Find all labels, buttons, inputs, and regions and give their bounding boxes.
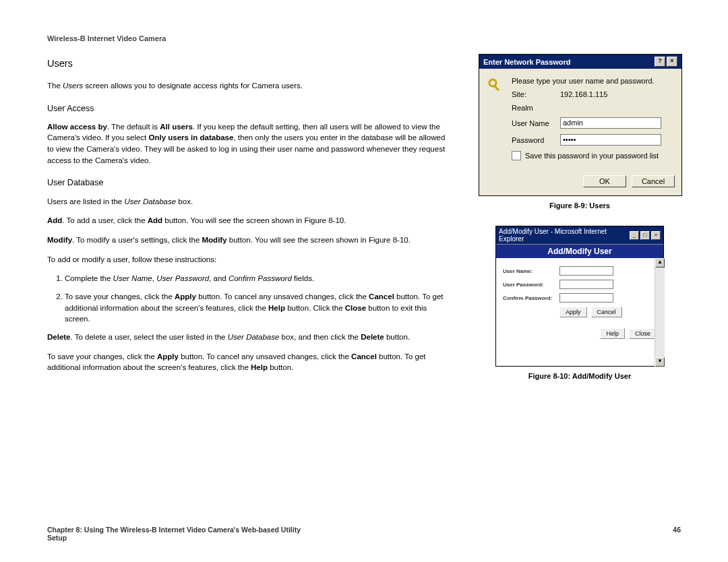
confirm-password-input[interactable] xyxy=(559,293,613,303)
cancel-button[interactable]: Cancel xyxy=(632,175,675,187)
list-item: Complete the User Name, User Password, a… xyxy=(65,273,448,284)
delete-paragraph: Delete. To delete a user, select the use… xyxy=(47,332,448,343)
text: The xyxy=(47,82,63,90)
text-bold: Modify xyxy=(202,236,227,244)
username-input[interactable] xyxy=(559,266,613,276)
text-italic: User Database xyxy=(228,333,280,341)
password-label: Password xyxy=(512,136,555,144)
password-input[interactable]: ••••• xyxy=(560,134,661,146)
text-bold: Cancel xyxy=(351,352,377,361)
text-italic: Confirm Password xyxy=(229,274,292,282)
help-button[interactable]: Help xyxy=(600,328,625,339)
text: box. xyxy=(176,197,193,206)
username-label: User Name: xyxy=(503,268,555,274)
cancel-button[interactable]: Cancel xyxy=(591,307,622,317)
close-icon[interactable]: × xyxy=(667,57,677,67)
text-bold: Help xyxy=(268,304,285,312)
text: Users are listed in the xyxy=(47,197,124,206)
final-paragraph: To save your changes, click the Apply bu… xyxy=(47,351,448,373)
site-value: 192.168.1.115 xyxy=(560,90,607,98)
text-bold: Only users in database xyxy=(148,133,233,142)
intro-paragraph: The Users screen allows you to designate… xyxy=(47,80,448,92)
dialog-titlebar: Add/Modify User - Microsoft Internet Exp… xyxy=(496,226,663,244)
help-icon[interactable]: ? xyxy=(655,57,665,67)
heading-users: Users xyxy=(47,57,448,71)
text: screen allows you to designate access ri… xyxy=(83,82,303,90)
save-password-label: Save this password in your password list xyxy=(525,152,659,160)
add-modify-user-dialog: Add/Modify User - Microsoft Internet Exp… xyxy=(495,226,664,367)
confirm-password-label: Confirm Password: xyxy=(503,295,555,301)
window-title: Add/Modify User - Microsoft Internet Exp… xyxy=(499,228,630,243)
text: Complete the xyxy=(65,274,113,282)
footer-chapter: Chapter 8: Using The Wireless-B Internet… xyxy=(47,526,301,534)
save-password-checkbox[interactable] xyxy=(512,151,521,160)
text: . To modify a user's settings, click the xyxy=(72,236,202,244)
user-password-label: User Password: xyxy=(503,282,555,288)
text-bold: Modify xyxy=(47,236,72,244)
dialog-header: Add/Modify User xyxy=(496,244,663,258)
text-italic: Users xyxy=(63,82,83,90)
text-bold: Apply xyxy=(175,292,196,301)
text-bold: Add xyxy=(148,216,162,224)
footer-section: Setup xyxy=(47,534,301,542)
text: button. xyxy=(268,363,293,371)
scrollbar[interactable]: ▲ ▼ xyxy=(655,258,665,367)
text-bold: Cancel xyxy=(369,292,394,301)
text-italic: User Database xyxy=(124,197,176,206)
text: box, and then click the xyxy=(279,333,361,341)
footer-left: Chapter 8: Using The Wireless-B Internet… xyxy=(47,526,301,542)
text-italic: User Name xyxy=(113,274,152,282)
realm-label: Realm xyxy=(512,104,555,112)
text-bold: Help xyxy=(251,363,268,371)
maximize-icon[interactable]: □ xyxy=(640,231,650,240)
svg-rect-1 xyxy=(493,85,499,91)
text-bold: Allow access by xyxy=(47,123,107,131)
ok-button[interactable]: OK xyxy=(583,175,626,187)
text: button. Click the xyxy=(285,304,345,312)
window-buttons: _ □ × xyxy=(630,231,661,240)
text-italic: User Password xyxy=(156,274,209,282)
scroll-down-icon[interactable]: ▼ xyxy=(655,357,665,367)
text: , and xyxy=(209,274,229,282)
text-bold: Close xyxy=(345,304,366,312)
text-bold: Apply xyxy=(157,352,179,361)
close-button[interactable]: Close xyxy=(629,328,657,339)
figure-caption: Figure 8-9: Users xyxy=(479,201,681,210)
figure-caption: Figure 8-10: Add/Modify User xyxy=(479,372,681,380)
modify-paragraph: Modify. To modify a user's settings, cli… xyxy=(47,235,448,246)
text: . To add a user, click the xyxy=(62,216,147,224)
site-label: Site: xyxy=(512,90,555,98)
text: . The default is xyxy=(107,123,160,131)
scroll-up-icon[interactable]: ▲ xyxy=(655,258,665,268)
instruction-lead: To add or modify a user, follow these in… xyxy=(47,254,448,266)
text: button. To cancel any unsaved changes, c… xyxy=(179,352,351,361)
minimize-icon[interactable]: _ xyxy=(630,231,639,240)
dialog-title: Enter Network Password xyxy=(483,58,571,66)
page-number: 46 xyxy=(673,526,681,542)
dialog-titlebar: Enter Network Password ? × xyxy=(479,55,681,69)
text: button. You will see the screen shown in… xyxy=(227,236,411,244)
text: To save your changes, click the xyxy=(47,352,157,361)
heading-user-access: User Access xyxy=(47,102,448,115)
text: button. To cancel any unsaved changes, c… xyxy=(196,292,369,301)
instruction-list: Complete the User Name, User Password, a… xyxy=(47,273,448,325)
text-bold: Add xyxy=(47,216,62,224)
text: button. You will see the screen shown in… xyxy=(162,216,346,224)
figure-column: Enter Network Password ? × Please type y… xyxy=(479,34,681,396)
username-input[interactable]: admin xyxy=(560,117,661,129)
user-password-input[interactable] xyxy=(559,280,613,289)
db-listed-paragraph: Users are listed in the User Database bo… xyxy=(47,196,448,208)
user-access-paragraph: Allow access by. The default is All user… xyxy=(47,121,448,166)
window-buttons: ? × xyxy=(655,57,677,67)
enter-network-password-dialog: Enter Network Password ? × Please type y… xyxy=(479,54,682,196)
apply-button[interactable]: Apply xyxy=(559,307,587,317)
dialog-prompt: Please type your user name and password. xyxy=(512,77,655,85)
page-footer: Chapter 8: Using The Wireless-B Internet… xyxy=(47,526,681,542)
username-label: User Name xyxy=(512,119,555,127)
close-icon[interactable]: × xyxy=(651,231,661,240)
main-content: Wireless-B Internet Video Camera Users T… xyxy=(47,34,448,396)
add-paragraph: Add. To add a user, click the Add button… xyxy=(47,215,448,226)
text-bold: Delete xyxy=(361,333,384,341)
heading-user-database: User Database xyxy=(47,177,448,189)
text: . To delete a user, select the user list… xyxy=(71,333,228,341)
